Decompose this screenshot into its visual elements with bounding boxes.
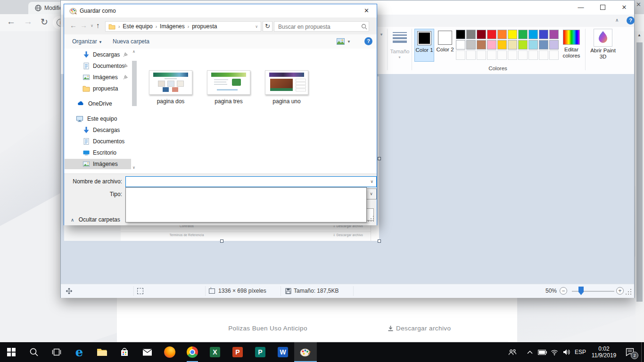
- tray-battery-button[interactable]: [536, 342, 549, 362]
- palette-empty-slot[interactable]: [456, 50, 465, 60]
- filename-suggestions-dropdown[interactable]: [125, 187, 367, 222]
- color2-button[interactable]: Color 2: [435, 29, 455, 62]
- taskbar-search-button[interactable]: [23, 342, 45, 362]
- zoom-slider-thumb[interactable]: [578, 287, 584, 295]
- breadcrumb[interactable]: › Este equipo › Imágenes › propuesta ∨: [105, 21, 261, 32]
- edit-colors-button[interactable]: Editar colores: [561, 29, 582, 62]
- breadcrumb-item[interactable]: propuesta: [192, 23, 217, 30]
- palette-color[interactable]: [466, 30, 476, 39]
- forward-icon[interactable]: →: [80, 21, 87, 29]
- search-box[interactable]: [274, 21, 369, 32]
- taskbar-word-button[interactable]: W: [272, 342, 294, 362]
- scrollbar-thumb[interactable]: [132, 61, 137, 106]
- taskbar-firefox-button[interactable]: [158, 342, 181, 362]
- palette-color[interactable]: [487, 30, 496, 39]
- recent-locations-icon[interactable]: ∨: [91, 24, 93, 28]
- color1-button[interactable]: Color 1: [414, 29, 434, 62]
- palette-empty-slot[interactable]: [487, 50, 496, 60]
- palette-color[interactable]: [477, 40, 486, 49]
- close-button[interactable]: ✕: [613, 0, 635, 15]
- palette-color[interactable]: [497, 30, 507, 39]
- address-dropdown-icon[interactable]: ∨: [255, 25, 258, 29]
- scroll-down-icon[interactable]: ∨: [132, 165, 135, 170]
- palette-color[interactable]: [508, 40, 517, 49]
- palette-empty-slot[interactable]: [466, 50, 476, 60]
- browser-close-icon[interactable]: ✕: [636, 1, 641, 8]
- gallery-dropdown-icon[interactable]: ▼: [380, 33, 383, 37]
- nav-item-imagenes-2[interactable]: Imágenes: [65, 159, 131, 169]
- taskbar-publisher-button[interactable]: P: [249, 342, 272, 362]
- canvas-resize-handle-bottom[interactable]: [220, 239, 223, 243]
- nav-scrollbar[interactable]: ∧ ∨: [131, 49, 138, 173]
- taskbar-mail-button[interactable]: [136, 342, 158, 362]
- browser-back-icon[interactable]: ←: [7, 16, 16, 27]
- file-item[interactable]: pagina dos: [148, 70, 193, 105]
- help-icon[interactable]: ?: [364, 37, 372, 45]
- filename-dropdown-icon[interactable]: ∨: [370, 177, 373, 187]
- scrollbar-thumb[interactable]: [636, 42, 643, 302]
- palette-color[interactable]: [528, 40, 538, 49]
- maximize-button[interactable]: [592, 0, 613, 15]
- palette-empty-slot[interactable]: [497, 50, 507, 60]
- tray-wifi-button[interactable]: [548, 342, 561, 362]
- palette-color[interactable]: [477, 30, 486, 39]
- palette-color[interactable]: [528, 30, 538, 39]
- zoom-in-button[interactable]: +: [616, 287, 624, 295]
- browser-refresh-icon[interactable]: ↻: [41, 16, 48, 27]
- dialog-resize-grip[interactable]: [368, 216, 375, 222]
- zoom-out-button[interactable]: −: [560, 287, 567, 295]
- palette-color[interactable]: [549, 40, 559, 49]
- canvas-resize-handle-corner[interactable]: [378, 239, 381, 243]
- nav-item-imagenes[interactable]: Imágenes: [65, 72, 131, 82]
- tray-language-button[interactable]: ESP: [572, 342, 588, 362]
- nav-item-este-equipo[interactable]: Este equipo: [65, 114, 131, 124]
- scroll-up-icon[interactable]: ▲: [637, 33, 641, 37]
- nav-item-descargas-2[interactable]: Descargas: [65, 125, 131, 135]
- palette-empty-slot[interactable]: [518, 50, 528, 60]
- zoom-slider-track[interactable]: [572, 291, 614, 292]
- taskbar-paint-button[interactable]: [294, 342, 317, 362]
- nav-item-descargas[interactable]: Descargas: [65, 49, 131, 60]
- nav-item-documentos-2[interactable]: Documentos: [65, 136, 131, 147]
- filename-input[interactable]: pagina ∨: [125, 176, 377, 187]
- refresh-button[interactable]: ↻: [263, 21, 272, 32]
- task-view-button[interactable]: [45, 342, 68, 362]
- file-item[interactable]: pagina tres: [206, 70, 251, 105]
- collapse-ribbon-icon[interactable]: ∧: [615, 17, 619, 23]
- palette-color[interactable]: [487, 40, 496, 49]
- start-button[interactable]: [0, 342, 23, 362]
- dialog-close-button[interactable]: ✕: [356, 4, 377, 17]
- nav-item-propuesta[interactable]: propuesta: [65, 83, 131, 94]
- browser-scrollbar[interactable]: ▲: [636, 31, 644, 342]
- resize-grip[interactable]: [626, 289, 632, 296]
- tray-clock-button[interactable]: 0:02 11/9/2019: [588, 342, 619, 362]
- organize-button[interactable]: Organizar ▼: [72, 38, 102, 45]
- palette-empty-slot[interactable]: [549, 50, 559, 60]
- palette-color[interactable]: [497, 40, 507, 49]
- taskbar-powerpoint-button[interactable]: P: [226, 342, 249, 362]
- palette-color[interactable]: [518, 40, 528, 49]
- canvas-resize-handle-right[interactable]: [378, 157, 381, 160]
- tray-volume-button[interactable]: [560, 342, 573, 362]
- nav-item-escritorio[interactable]: Escritorio: [65, 148, 131, 158]
- palette-color[interactable]: [456, 40, 465, 49]
- taskbar-edge-button[interactable]: e: [68, 342, 91, 362]
- palette-color[interactable]: [539, 30, 548, 39]
- palette-color[interactable]: [456, 30, 465, 39]
- filetype-dropdown-icon[interactable]: ∨: [366, 189, 376, 198]
- help-icon[interactable]: ?: [627, 16, 635, 25]
- nav-item-documentos[interactable]: Documentos: [65, 61, 131, 71]
- tray-expand-button[interactable]: [523, 342, 537, 362]
- show-desktop-button[interactable]: [641, 342, 642, 362]
- palette-color[interactable]: [466, 40, 476, 49]
- browser-forward-icon[interactable]: →: [24, 16, 33, 27]
- size-button[interactable]: Tamaño ▼: [389, 29, 411, 62]
- open-paint3d-button[interactable]: Abrir Paint 3D: [589, 28, 617, 63]
- file-item[interactable]: pagina uno: [264, 70, 309, 105]
- breadcrumb-item[interactable]: Imágenes: [160, 23, 185, 30]
- search-input[interactable]: [277, 22, 359, 32]
- hide-folders-button[interactable]: ∧ Ocultar carpetas: [71, 216, 120, 223]
- view-options-icon[interactable]: [337, 38, 345, 45]
- back-icon[interactable]: ←: [70, 21, 77, 29]
- scroll-up-icon[interactable]: ∧: [132, 49, 135, 54]
